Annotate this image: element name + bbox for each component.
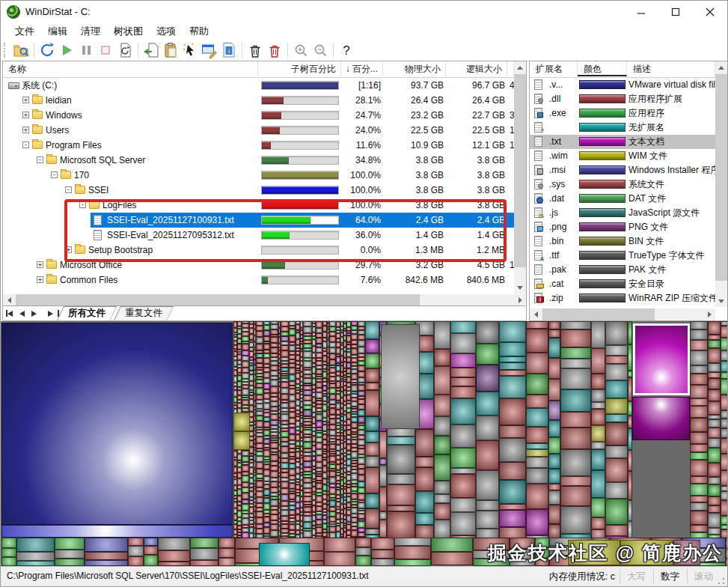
expand-plus-icon[interactable]: +: [22, 97, 29, 103]
extension-row[interactable]: .exe应用程序: [530, 106, 715, 121]
delete-icon[interactable]: [265, 41, 284, 59]
tab-next-icon[interactable]: [31, 311, 41, 317]
extensions-vertical-scrollbar[interactable]: [715, 61, 727, 307]
collapse-minus-icon[interactable]: -: [51, 171, 58, 178]
extension-row[interactable]: .zipWinRAR ZIP 压缩文件: [530, 291, 715, 305]
tree-row[interactable]: 系统 (C:)[1:16]93.7 GB96.7 GB48: [3, 78, 514, 93]
extension-row[interactable]: .v...VMware virtual disk file: [530, 78, 715, 92]
collapse-minus-icon[interactable]: -: [79, 201, 86, 208]
extension-row[interactable]: JS.jsJavaScript 源文件: [530, 206, 715, 220]
tree-row-label: SSEI: [88, 183, 108, 198]
extension-row[interactable]: .dll应用程序扩展: [530, 92, 715, 106]
tree-column-header-3[interactable]: 物理大小: [383, 61, 446, 76]
percent-cell: 100.0%: [340, 198, 381, 213]
menu-item-5[interactable]: 帮助: [183, 23, 215, 40]
stop-icon[interactable]: [96, 41, 115, 59]
tree-row[interactable]: -LogFiles100.0%3.8 GB3.8 GB: [3, 198, 514, 213]
tree-row[interactable]: +leidian28.1%26.4 GB26.4 GB: [3, 93, 514, 108]
menu-item-4[interactable]: 选项: [150, 23, 183, 40]
extension-row[interactable]: .pakPAK 文件: [530, 263, 715, 277]
folder-icon: [46, 261, 57, 269]
treemap-view[interactable]: 掘金技术社区 @ 简鹿办公: [1, 321, 728, 566]
tree-column-header-0[interactable]: 名称: [3, 61, 258, 76]
resume-icon[interactable]: [57, 41, 76, 59]
expand-plus-icon[interactable]: +: [22, 112, 29, 118]
extension-row[interactable]: .wimWIM 文件: [530, 149, 715, 163]
recycle-bin-icon[interactable]: [245, 41, 265, 59]
explorer-select-icon[interactable]: [180, 41, 200, 59]
tree-row[interactable]: +Setup Bootstrap0.0%1.3 MB1.2 MB: [3, 243, 514, 258]
tree-row[interactable]: +Microsoft Office29.7%3.2 GB4.5 GB1: [3, 258, 514, 273]
extension-row[interactable]: A.ttfTrueType 字体文件: [530, 249, 715, 263]
expand-plus-icon[interactable]: +: [37, 261, 43, 268]
tab-last-icon[interactable]: [48, 310, 59, 317]
menu-item-2[interactable]: 清理: [74, 23, 107, 40]
collapse-minus-icon[interactable]: -: [22, 142, 29, 148]
tab-prev-icon[interactable]: [19, 311, 25, 317]
physical-size-cell: 1.4 GB: [381, 228, 444, 243]
toolbar-separator: [34, 43, 34, 58]
tree-row[interactable]: +Common Files7.6%842.6 MB840.6 MB: [3, 273, 514, 288]
extensions-horizontal-scrollbar[interactable]: [530, 308, 715, 320]
tree-row[interactable]: -SSEI100.0%3.8 GB3.8 GB: [3, 183, 514, 198]
minimize-button[interactable]: [624, 1, 658, 23]
extensions-column-header-2[interactable]: 描述: [627, 61, 715, 76]
tree-row[interactable]: +Windows24.7%23.2 GB22.7 GB30: [3, 108, 514, 123]
menu-item-1[interactable]: 编辑: [41, 23, 74, 40]
extensions-column-header-0[interactable]: 扩展名: [530, 61, 578, 76]
extension-row[interactable]: .datDAT 文件: [530, 192, 715, 206]
extension-row[interactable]: .txt文本文档: [530, 135, 715, 149]
help-icon[interactable]: ?: [337, 41, 356, 59]
extension-row[interactable]: .cat安全目录: [530, 277, 715, 291]
tree-horizontal-scrollbar[interactable]: [3, 294, 526, 306]
extension-row[interactable]: .sys系统文件: [530, 177, 715, 192]
tree-column-header-1[interactable]: 子树百分比: [258, 61, 341, 76]
tree-vertical-scrollbar[interactable]: [514, 61, 526, 294]
expand-plus-icon[interactable]: +: [37, 276, 43, 283]
extension-row[interactable]: .pngPNG 文件: [530, 220, 715, 234]
paste-icon[interactable]: [161, 41, 180, 59]
tree-row[interactable]: -170100.0%3.8 GB3.8 GB: [3, 168, 514, 183]
properties-icon[interactable]: i: [219, 41, 239, 59]
refresh-all-icon[interactable]: [37, 41, 57, 59]
folder-icon: [89, 201, 100, 209]
menu-item-0[interactable]: 文件: [8, 23, 41, 40]
open-folder-icon[interactable]: [11, 41, 31, 59]
tree-row[interactable]: SSEI-Eval_20251127100931.txt64.0%2.4 GB2…: [3, 213, 514, 228]
tree-column-header-5[interactable]: [507, 61, 514, 76]
tab-duplicate-files[interactable]: 重复文件: [114, 306, 174, 320]
copy-path-icon[interactable]: [141, 41, 161, 59]
maximize-button[interactable]: [658, 1, 693, 23]
tree-row[interactable]: -Microsoft SQL Server34.8%3.8 GB3.8 GB: [3, 153, 514, 168]
tab-first-icon[interactable]: [6, 310, 13, 317]
tree-row[interactable]: +Users24.0%22.5 GB22.5 GB13: [3, 123, 514, 138]
extension-color-swatch: [579, 222, 625, 231]
extension-name: .png: [549, 220, 566, 234]
percent-cell: [1:16]: [340, 78, 381, 93]
tab-all-files[interactable]: 所有文件: [57, 306, 117, 320]
zoom-out-icon[interactable]: [311, 41, 330, 59]
tree-row[interactable]: SSEI-Eval_20251127095312.txt36.0%1.4 GB1…: [3, 228, 514, 243]
expand-plus-icon[interactable]: +: [22, 127, 29, 133]
exe-file-icon: [534, 108, 542, 118]
msi-file-icon: [534, 165, 542, 175]
tree-column-header-4[interactable]: 逻辑大小: [446, 61, 507, 76]
pause-icon[interactable]: [76, 41, 96, 59]
tree-column-header-2[interactable]: ↓ 百分...: [341, 61, 383, 76]
extension-row[interactable]: ?无扩展名: [530, 121, 715, 135]
expand-plus-icon[interactable]: +: [65, 246, 72, 253]
zoom-in-icon[interactable]: [291, 41, 311, 59]
treemap-canvas[interactable]: [1, 321, 728, 566]
extension-row[interactable]: .msiWindows Installer 程序包: [530, 163, 715, 177]
command-prompt-icon[interactable]: [200, 41, 219, 59]
extensions-column-header-1[interactable]: 颜色: [578, 61, 627, 76]
refresh-selected-icon[interactable]: [115, 41, 135, 59]
close-button[interactable]: [693, 1, 727, 23]
extension-row[interactable]: .binBIN 文件: [530, 234, 715, 249]
collapse-minus-icon[interactable]: -: [65, 186, 72, 193]
menu-item-3[interactable]: 树状图: [107, 23, 150, 40]
toolbar-grip[interactable]: [4, 43, 9, 58]
extension-description: BIN 文件: [628, 234, 664, 249]
collapse-minus-icon[interactable]: -: [37, 156, 43, 163]
tree-row[interactable]: -Program Files11.6%10.9 GB12.1 GB1: [3, 138, 514, 153]
